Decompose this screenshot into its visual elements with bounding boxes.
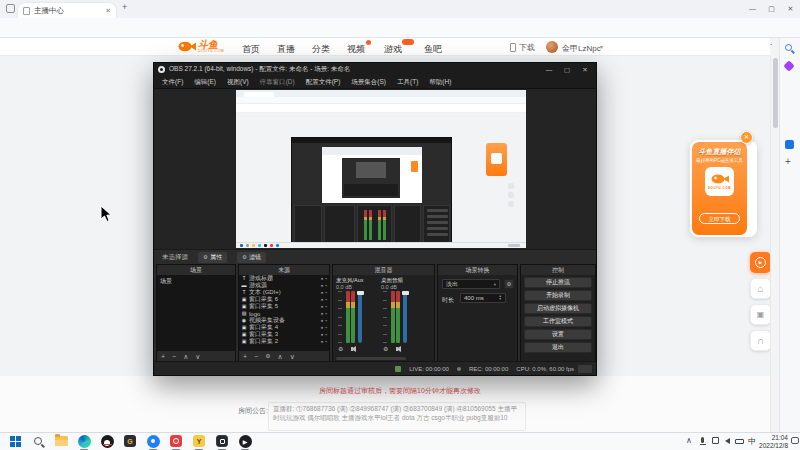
notification-icon[interactable]	[791, 437, 799, 444]
obs-control-button[interactable]: 停止推流	[524, 277, 592, 288]
sources-list[interactable]: T 游戏标题 ● ▪ ▬ 游戏源 ● ▪ T 文本 (GDI	[239, 275, 329, 351]
nav-category[interactable]: 分类	[312, 43, 330, 56]
controls-panel-header[interactable]: 控制	[521, 265, 595, 275]
nav-home[interactable]: 首页	[242, 43, 260, 56]
duration-spinbox[interactable]: 400 ms ▲▼	[460, 293, 506, 303]
scrollbar-thumb[interactable]	[773, 58, 778, 128]
obs-close-icon[interactable]: ✕	[578, 66, 592, 74]
live-tool-button[interactable]: ▶	[750, 252, 771, 273]
visibility-eye-icon[interactable]: ●	[321, 283, 324, 288]
tab-close-icon[interactable]: ✕	[105, 7, 111, 15]
obs-preview-area[interactable]	[154, 89, 596, 249]
window-minimize-button[interactable]: —	[743, 0, 762, 17]
nav-game[interactable]: 游戏	[384, 43, 402, 56]
lock-icon[interactable]: ▪	[325, 276, 327, 281]
obs-title-bar[interactable]: OBS 27.2.1 (64-bit, windows) - 配置文件: 未命名…	[154, 63, 596, 76]
scene-item[interactable]: 场景	[157, 275, 235, 288]
room-announcement-textarea[interactable]: 直播群: ①768687736 (满) ②849968747 (满) ③6837…	[268, 402, 526, 431]
taskbar-clock[interactable]: 21:04 2022/12/8	[752, 434, 788, 449]
source-row[interactable]: ▣ 窗口采集 5 ● ▪	[239, 303, 329, 310]
volume-slider[interactable]	[358, 291, 362, 343]
home-replay-button[interactable]: ⌂	[750, 278, 771, 299]
app-icon-dark[interactable]: G	[123, 434, 137, 448]
lock-icon[interactable]: ▪	[325, 325, 327, 330]
download-now-button[interactable]: 立即下载	[699, 213, 740, 224]
visibility-eye-icon[interactable]: ●	[321, 276, 324, 281]
spinner-arrows-icon[interactable]: ▲▼	[499, 295, 502, 302]
app-icon-blue[interactable]	[146, 434, 160, 448]
gamepad-button[interactable]: ▣	[750, 304, 771, 325]
tray-speaker-icon[interactable]	[725, 438, 730, 444]
tray-battery-icon[interactable]	[735, 439, 744, 444]
app-icon-dark-circle[interactable]: ▶	[238, 434, 252, 448]
sidebar-search-icon[interactable]	[785, 44, 792, 51]
tab-actions-icon[interactable]	[6, 4, 15, 13]
visibility-eye-icon[interactable]: ●	[321, 332, 324, 337]
visibility-eye-icon[interactable]: ●	[321, 325, 324, 330]
sources-panel-header[interactable]: 来源	[239, 265, 329, 275]
transition-gear-icon[interactable]: ⚙	[504, 279, 514, 289]
obs-menu-item[interactable]: 视图(V)	[227, 78, 249, 87]
obs-minimize-icon[interactable]: —	[542, 66, 556, 73]
channel-gear-icon[interactable]: ⚙	[383, 345, 388, 352]
mixer-panel-header[interactable]: 混音器	[333, 265, 434, 275]
page-scrollbar[interactable]	[770, 56, 779, 432]
window-maximize-button[interactable]: ▢	[762, 0, 781, 17]
support-button[interactable]: ∩	[750, 330, 771, 351]
user-avatar[interactable]	[546, 41, 558, 53]
obs-menu-item[interactable]: 场景集合(S)	[351, 78, 386, 87]
browser-tab[interactable]: 主播中心 ✕	[18, 3, 116, 18]
tray-chevron-icon[interactable]: ∧	[686, 436, 692, 445]
user-name[interactable]: 金甲LzNpc	[562, 43, 601, 54]
lock-icon[interactable]: ▪	[325, 290, 327, 295]
obs-menu-item[interactable]: 帮助(H)	[429, 78, 451, 87]
channel-gear-icon[interactable]: ⚙	[338, 345, 343, 352]
transitions-panel-header[interactable]: 场景转换	[438, 265, 517, 275]
lock-icon[interactable]: ▪	[325, 311, 327, 316]
nav-video[interactable]: 视频	[347, 43, 365, 56]
download-button[interactable]: 下载	[510, 42, 535, 53]
transition-select[interactable]: 淡出 ▾	[442, 279, 500, 289]
lock-icon[interactable]: ▪	[325, 332, 327, 337]
obs-menu-item[interactable]: 文件(F)	[162, 78, 183, 87]
nav-live[interactable]: 直播	[277, 43, 295, 56]
filters-button[interactable]: ⚙ 滤镜	[237, 252, 266, 263]
lock-icon[interactable]: ▪	[325, 297, 327, 302]
new-tab-button[interactable]: +	[122, 2, 127, 12]
tray-mic-icon[interactable]	[701, 437, 704, 443]
app-icon-red[interactable]	[169, 434, 183, 448]
scenes-panel-header[interactable]: 场景	[157, 265, 235, 275]
qq-icon[interactable]	[100, 434, 114, 448]
obs-control-button[interactable]: 启动虚拟摄像机	[524, 303, 592, 314]
nav-yuba[interactable]: 鱼吧	[424, 43, 442, 56]
app-icon-yellow[interactable]: Y	[192, 434, 206, 448]
mixer-scrollbar[interactable]	[336, 357, 406, 360]
file-explorer-icon[interactable]	[54, 434, 68, 448]
chevron-down-icon[interactable]: ▾	[600, 43, 603, 50]
visibility-eye-icon[interactable]: ●	[321, 304, 324, 309]
obs-control-button[interactable]: 退出	[524, 342, 592, 353]
obs-taskbar-icon[interactable]	[215, 434, 229, 448]
visibility-eye-icon[interactable]: ●	[321, 339, 324, 344]
sidebar-add-icon[interactable]: +	[785, 156, 791, 167]
visibility-eye-icon[interactable]: ●	[321, 318, 324, 323]
lock-icon[interactable]: ▪	[325, 304, 327, 309]
obs-control-button[interactable]: 开始录制	[524, 290, 592, 301]
obs-window[interactable]: OBS 27.2.1 (64-bit, windows) - 配置文件: 未命名…	[153, 62, 597, 376]
lock-icon[interactable]: ▪	[325, 318, 327, 323]
lock-icon[interactable]: ▪	[325, 283, 327, 288]
sidebar-discover-icon[interactable]	[785, 62, 793, 70]
obs-maximize-icon[interactable]: ▢	[560, 66, 574, 74]
visibility-eye-icon[interactable]: ●	[321, 290, 324, 295]
properties-button[interactable]: ⚙ 属性	[198, 252, 227, 263]
volume-slider[interactable]	[403, 291, 407, 343]
source-row[interactable]: ▣ 窗口采集 2 ● ▪	[239, 338, 329, 345]
close-icon[interactable]: ✕	[740, 131, 753, 144]
obs-menu-item[interactable]: 配置文件(P)	[306, 78, 341, 87]
obs-control-button[interactable]: 工作室模式	[524, 316, 592, 327]
tray-window-icon[interactable]	[712, 437, 719, 444]
edge-browser-icon[interactable]	[77, 434, 91, 448]
obs-menu-item[interactable]: 停靠窗口(D)	[260, 78, 295, 87]
taskbar-search-icon[interactable]	[31, 434, 45, 448]
visibility-eye-icon[interactable]: ●	[321, 297, 324, 302]
